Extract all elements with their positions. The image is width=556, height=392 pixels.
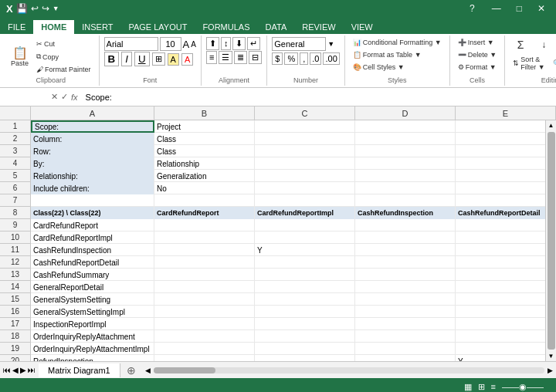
cell-r5-c1[interactable]: Generalization (154, 170, 255, 182)
row-header-20[interactable]: 20 (0, 355, 30, 361)
cell-r9-c0[interactable]: CardRefundReport (31, 219, 154, 231)
cell-styles-button[interactable]: 🎨Cell Styles ▼ (350, 62, 408, 73)
cell-r3-c0[interactable]: Row: (31, 145, 154, 157)
page-layout-view-icon[interactable]: ⊞ (478, 382, 485, 392)
cell-r14-c4[interactable] (456, 281, 545, 293)
cell-r11-c0[interactable]: CashRefundInspection (31, 244, 154, 256)
cell-r19-c2[interactable] (255, 343, 355, 355)
cell-r18-c3[interactable] (355, 330, 456, 343)
percent-button[interactable]: % (284, 52, 298, 65)
row-header-6[interactable]: 6 (0, 182, 30, 194)
row-header-17[interactable]: 17 (0, 318, 30, 330)
format-button[interactable]: ⚙Format ▼ (455, 62, 500, 73)
row-header-2[interactable]: 2 (0, 133, 30, 145)
font-size-input[interactable] (160, 37, 181, 51)
row-header-10[interactable]: 10 (0, 231, 30, 244)
cell-r19-c3[interactable] (355, 343, 456, 355)
cell-r5-c2[interactable] (255, 170, 355, 182)
cell-r13-c1[interactable] (154, 269, 255, 281)
sheet-tab-matrix[interactable]: Matrix Diagram1 (39, 363, 120, 377)
minimize-btn[interactable]: — (487, 3, 506, 14)
cell-r15-c0[interactable]: GeneralSystemSetting (31, 293, 154, 306)
align-right-button[interactable]: ≣ (234, 51, 247, 64)
cell-r10-c3[interactable] (355, 231, 456, 244)
italic-button[interactable]: I (121, 52, 132, 66)
sort-filter-button[interactable]: ⇅Sort &Filter ▼ (510, 54, 548, 73)
add-sheet-btn[interactable]: ⊕ (120, 363, 142, 378)
page-break-view-icon[interactable]: ≡ (491, 382, 496, 391)
conditional-formatting-button[interactable]: 📊Conditional Formatting ▼ (350, 37, 445, 48)
sheet-next-btn[interactable]: ▶ (20, 366, 26, 374)
cell-r3-c4[interactable] (456, 145, 545, 157)
tab-insert[interactable]: INSERT (74, 20, 120, 34)
col-header-b[interactable]: B (154, 106, 255, 120)
align-center-button[interactable]: ☰ (219, 51, 232, 64)
paste-button[interactable]: 📋 Paste (8, 46, 32, 69)
bold-button[interactable]: B (104, 52, 120, 66)
tab-data[interactable]: DATA (258, 20, 295, 34)
cell-r11-c3[interactable] (355, 244, 456, 256)
select-all-btn[interactable] (0, 106, 31, 120)
cell-r10-c2[interactable] (255, 231, 355, 244)
format-painter-button[interactable]: 🖌 Format Painter (33, 64, 94, 75)
col-header-e[interactable]: E (456, 106, 556, 120)
cell-r7-c3[interactable] (355, 194, 456, 207)
cell-r7-c0[interactable] (31, 194, 154, 207)
tab-home[interactable]: HOME (33, 20, 74, 34)
format-as-table-button[interactable]: 📋Format as Table ▼ (350, 49, 425, 60)
cell-r13-c3[interactable] (355, 269, 456, 281)
quick-access-undo[interactable]: ↩ (31, 3, 39, 14)
cell-r15-c2[interactable] (255, 293, 355, 306)
cell-r17-c4[interactable] (456, 318, 545, 330)
row-header-18[interactable]: 18 (0, 330, 30, 343)
cell-r5-c4[interactable] (456, 170, 545, 182)
cell-r8-c4[interactable]: CashRefundReportDetail (456, 207, 545, 219)
cell-r14-c1[interactable] (154, 281, 255, 293)
cell-r1-c1[interactable]: Project (154, 120, 255, 133)
delete-button[interactable]: ➖Delete ▼ (455, 49, 500, 60)
cell-r11-c1[interactable] (154, 244, 255, 256)
row-header-15[interactable]: 15 (0, 293, 30, 306)
cell-r14-c2[interactable] (255, 281, 355, 293)
row-header-8[interactable]: 8 (0, 207, 30, 219)
maximize-btn[interactable]: □ (512, 3, 527, 14)
insert-button[interactable]: ➕Insert ▼ (455, 37, 497, 48)
cell-r13-c0[interactable]: CashRefundSummary (31, 269, 154, 281)
row-header-4[interactable]: 4 (0, 157, 30, 170)
decrease-decimal-button[interactable]: .0 (310, 52, 321, 65)
cell-r20-c3[interactable] (355, 355, 456, 361)
cell-r8-c2[interactable]: CardRefundReportImpl (255, 207, 355, 219)
cell-r17-c0[interactable]: InspectionReportImpl (31, 318, 154, 330)
cell-r8-c1[interactable]: CardRefundReport (154, 207, 255, 219)
cell-r20-c1[interactable] (154, 355, 255, 361)
cell-r5-c0[interactable]: Relationship: (31, 170, 154, 182)
sheet-prev-btn[interactable]: ◀ (12, 366, 19, 374)
normal-view-icon[interactable]: ▦ (464, 382, 472, 392)
cell-r2-c3[interactable] (355, 133, 456, 145)
cut-button[interactable]: ✂ Cut (33, 39, 94, 49)
col-header-d[interactable]: D (355, 106, 456, 120)
font-color-button[interactable]: A (181, 53, 193, 66)
cell-r1-c4[interactable] (456, 120, 545, 133)
row-header-1[interactable]: 1 (0, 120, 30, 133)
comma-button[interactable]: , (300, 52, 308, 65)
cell-r14-c0[interactable]: GeneralReportDetail (31, 281, 154, 293)
confirm-formula-icon[interactable]: ✓ (61, 92, 68, 102)
close-btn[interactable]: ✕ (533, 3, 550, 14)
cell-r11-c2[interactable]: Y (255, 244, 355, 256)
tab-review[interactable]: REVIEW (294, 20, 343, 34)
cell-r2-c2[interactable] (255, 133, 355, 145)
merge-button[interactable]: ⊟ (249, 51, 262, 64)
insert-function-icon[interactable]: fx (71, 93, 78, 102)
cell-r19-c4[interactable] (456, 343, 545, 355)
cell-r12-c1[interactable] (154, 256, 255, 269)
cell-r20-c4[interactable]: Y (456, 355, 545, 361)
cell-r17-c2[interactable] (255, 318, 355, 330)
cell-r12-c3[interactable] (355, 256, 456, 269)
cell-r15-c4[interactable] (456, 293, 545, 306)
underline-button[interactable]: U (134, 52, 150, 66)
cell-r7-c1[interactable] (154, 194, 255, 207)
cell-r8-c0[interactable]: Class(22) \ Class(22) (31, 207, 154, 219)
cell-r8-c3[interactable]: CashRefundInspection (355, 207, 456, 219)
cell-r17-c3[interactable] (355, 318, 456, 330)
